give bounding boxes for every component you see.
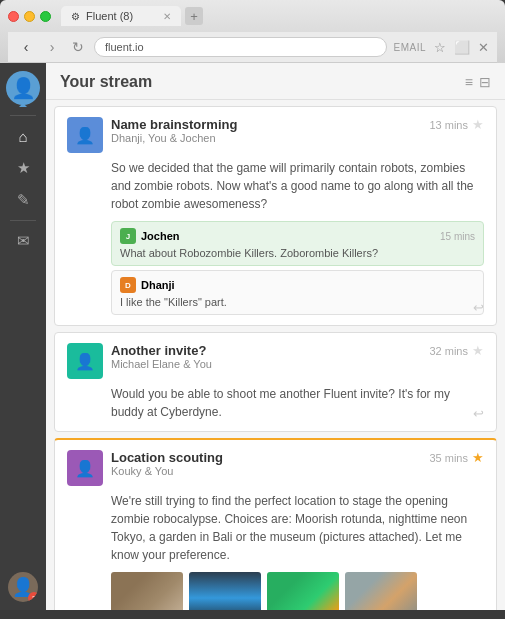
card-meta-1: Name brainstorming Dhanji, You & Jochen	[111, 117, 421, 144]
window-icon[interactable]: ⬜	[454, 40, 470, 55]
reply-bubble-dhanji: D Dhanji I like the "Killers" part.	[111, 270, 484, 315]
reply-name-dhanji: D Dhanji	[120, 277, 175, 293]
card-participants-3: Kouky & You	[111, 465, 421, 477]
reply-action-icon-2[interactable]: ↩	[473, 406, 484, 421]
image-thumb-moorish[interactable]	[111, 572, 183, 610]
reply-header-dhanji: D Dhanji	[120, 277, 475, 293]
images-grid: Moorish Tokyo Bali Museum	[111, 572, 484, 610]
sidebar-item-home[interactable]: ⌂	[7, 122, 39, 150]
sidebar-user-avatar[interactable]: 👤 2	[8, 572, 38, 602]
card-body-2: Would you be able to shoot me another Fl…	[111, 385, 484, 421]
image-item-bali: Bali	[267, 572, 339, 610]
active-tab[interactable]: ⚙ Fluent (8) ✕	[61, 6, 181, 26]
image-thumb-bali[interactable]	[267, 572, 339, 610]
reply-bubbles-1: J Jochen 15 mins What about Robozombie K…	[111, 221, 484, 315]
avatar-person-icon: 👤	[11, 76, 36, 100]
reply-text-dhanji: I like the "Killers" part.	[120, 296, 475, 308]
address-bar[interactable]: fluent.io	[94, 37, 387, 57]
card-title-2: Another invite?	[111, 343, 421, 358]
refresh-button[interactable]: ↻	[68, 37, 88, 57]
card-header-3: 👤 Location scouting Kouky & You 35 mins …	[67, 450, 484, 486]
sidebar-divider-1	[10, 115, 36, 116]
card-meta-2: Another invite? Michael Elane & You	[111, 343, 421, 370]
browser-nav: ‹ › ↻ fluent.io EMAIL ☆ ⬜ ✕	[8, 32, 497, 63]
notification-badge: 2	[28, 592, 38, 602]
sidebar-divider-2	[10, 220, 36, 221]
traffic-lights	[8, 11, 51, 22]
sidebar-item-favorites[interactable]: ★	[7, 154, 39, 182]
card-participants-2: Michael Elane & You	[111, 358, 421, 370]
stream-header: Your stream ≡ ⊟	[46, 63, 505, 100]
card-body-1: So we decided that the game will primari…	[111, 159, 484, 213]
card-header-1: 👤 Name brainstorming Dhanji, You & Joche…	[67, 117, 484, 153]
card-star-2[interactable]: ★	[472, 343, 484, 358]
reply-header-jochen: J Jochen 15 mins	[120, 228, 475, 244]
image-thumb-museum[interactable]	[345, 572, 417, 610]
image-item-moorish: Moorish	[111, 572, 183, 610]
new-tab-button[interactable]: +	[185, 7, 203, 25]
tab-bar: ⚙ Fluent (8) ✕ +	[61, 6, 497, 26]
sidebar-profile-avatar[interactable]: 👤	[6, 71, 40, 105]
card-location-scouting: 👤 Location scouting Kouky & You 35 mins …	[54, 438, 497, 610]
reply-time-jochen: 15 mins	[440, 231, 475, 242]
image-thumb-tokyo[interactable]	[189, 572, 261, 610]
app-wrapper: 👤 ⌂ ★ ✎ ✉ 👤 2 Your stream ≡ ⊟	[0, 63, 505, 610]
minimize-button[interactable]	[24, 11, 35, 22]
close-nav-icon[interactable]: ✕	[478, 40, 489, 55]
time-text-1: 13 mins	[429, 119, 468, 131]
tab-close-icon[interactable]: ✕	[163, 11, 171, 22]
reply-text-jochen: What about Robozombie Killers. Zoborombi…	[120, 247, 475, 259]
grid-view-icon[interactable]: ⊟	[479, 74, 491, 90]
stream-view-icons: ≡ ⊟	[465, 74, 491, 90]
image-item-tokyo: Tokyo	[189, 572, 261, 610]
time-text-2: 32 mins	[429, 345, 468, 357]
avatar-icon-2: 👤	[75, 352, 95, 371]
forward-button[interactable]: ›	[42, 37, 62, 57]
maximize-button[interactable]	[40, 11, 51, 22]
reply-action-icon-1[interactable]: ↩	[473, 300, 484, 315]
avatar-icon-1: 👤	[75, 126, 95, 145]
time-text-3: 35 mins	[429, 452, 468, 464]
sidebar: 👤 ⌂ ★ ✎ ✉ 👤 2	[0, 63, 46, 610]
card-body-3: We're still trying to find the perfect l…	[111, 492, 484, 564]
card-meta-3: Location scouting Kouky & You	[111, 450, 421, 477]
sidebar-item-compose[interactable]: ✎	[7, 186, 39, 214]
card-time-1: 13 mins ★	[429, 117, 484, 132]
reply-name-jochen: J Jochen	[120, 228, 180, 244]
sidebar-bottom: 👤 2	[8, 572, 38, 610]
reply-avatar-jochen: J	[120, 228, 136, 244]
card-star-3[interactable]: ★	[472, 450, 484, 465]
card-time-2: 32 mins ★	[429, 343, 484, 358]
url-text: fluent.io	[105, 41, 376, 53]
browser-chrome: ⚙ Fluent (8) ✕ + ‹ › ↻ fluent.io EMAIL ☆…	[0, 0, 505, 63]
card-star-1[interactable]: ★	[472, 117, 484, 132]
card-another-invite: 👤 Another invite? Michael Elane & You 32…	[54, 332, 497, 432]
card-participants-1: Dhanji, You & Jochen	[111, 132, 421, 144]
reply-bubble-jochen: J Jochen 15 mins What about Robozombie K…	[111, 221, 484, 266]
tab-title: Fluent (8)	[86, 10, 133, 22]
back-button[interactable]: ‹	[16, 37, 36, 57]
reply-avatar-dhanji: D	[120, 277, 136, 293]
list-view-icon[interactable]: ≡	[465, 74, 473, 90]
card-name-brainstorming: 👤 Name brainstorming Dhanji, You & Joche…	[54, 106, 497, 326]
main-content: Your stream ≡ ⊟ 👤 Name brainstorming Dha…	[46, 63, 505, 610]
card-avatar-3: 👤	[67, 450, 103, 486]
close-button[interactable]	[8, 11, 19, 22]
card-time-3: 35 mins ★	[429, 450, 484, 465]
tab-favicon: ⚙	[71, 11, 80, 22]
email-label: EMAIL	[393, 42, 426, 53]
avatar-icon-3: 👤	[75, 459, 95, 478]
card-title-1: Name brainstorming	[111, 117, 421, 132]
card-avatar-2: 👤	[67, 343, 103, 379]
nav-icons: EMAIL ☆ ⬜ ✕	[393, 40, 489, 55]
card-title-3: Location scouting	[111, 450, 421, 465]
image-item-museum: Museum	[345, 572, 417, 610]
stream-title: Your stream	[60, 73, 152, 91]
bookmark-icon[interactable]: ☆	[434, 40, 446, 55]
sidebar-item-mail[interactable]: ✉	[7, 227, 39, 255]
card-avatar-1: 👤	[67, 117, 103, 153]
card-header-2: 👤 Another invite? Michael Elane & You 32…	[67, 343, 484, 379]
